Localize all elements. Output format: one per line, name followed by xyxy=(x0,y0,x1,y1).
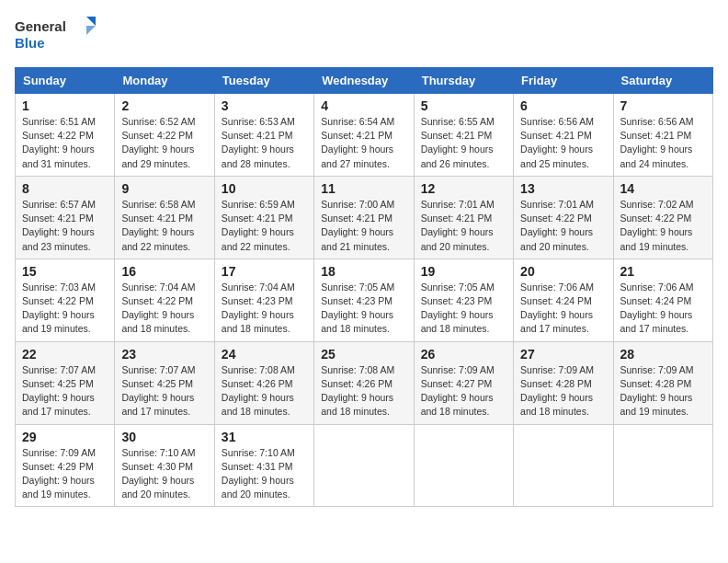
day-info: Sunrise: 6:51 AM Sunset: 4:22 PM Dayligh… xyxy=(22,115,108,171)
day-number: 4 xyxy=(321,98,406,113)
day-info: Sunrise: 6:52 AM Sunset: 4:22 PM Dayligh… xyxy=(121,115,207,171)
svg-marker-3 xyxy=(86,26,96,35)
page-header: General Blue xyxy=(15,15,713,56)
day-info: Sunrise: 7:09 AM Sunset: 4:28 PM Dayligh… xyxy=(520,363,606,419)
day-number: 5 xyxy=(421,98,506,113)
calendar-cell: 21 Sunrise: 7:06 AM Sunset: 4:24 PM Dayl… xyxy=(613,259,712,341)
day-info: Sunrise: 6:57 AM Sunset: 4:21 PM Dayligh… xyxy=(22,198,108,254)
calendar-cell: 24 Sunrise: 7:08 AM Sunset: 4:26 PM Dayl… xyxy=(214,341,313,424)
logo: General Blue xyxy=(15,15,97,56)
calendar-cell: 10 Sunrise: 6:59 AM Sunset: 4:21 PM Dayl… xyxy=(214,176,313,259)
day-number: 22 xyxy=(22,347,108,362)
day-info: Sunrise: 7:09 AM Sunset: 4:28 PM Dayligh… xyxy=(620,363,706,419)
calendar-week-3: 15 Sunrise: 7:03 AM Sunset: 4:22 PM Dayl… xyxy=(16,259,713,341)
calendar-cell: 15 Sunrise: 7:03 AM Sunset: 4:22 PM Dayl… xyxy=(16,259,115,341)
calendar-cell: 6 Sunrise: 6:56 AM Sunset: 4:21 PM Dayli… xyxy=(514,94,613,177)
day-number: 14 xyxy=(620,181,706,196)
logo-svg: General Blue xyxy=(15,15,97,56)
day-info: Sunrise: 7:09 AM Sunset: 4:27 PM Dayligh… xyxy=(421,363,506,419)
day-info: Sunrise: 7:10 AM Sunset: 4:31 PM Dayligh… xyxy=(222,446,307,502)
day-info: Sunrise: 6:54 AM Sunset: 4:21 PM Dayligh… xyxy=(321,115,406,171)
calendar-cell xyxy=(514,424,613,507)
calendar-cell: 17 Sunrise: 7:04 AM Sunset: 4:23 PM Dayl… xyxy=(214,259,313,341)
day-number: 7 xyxy=(620,98,706,113)
calendar-cell: 31 Sunrise: 7:10 AM Sunset: 4:31 PM Dayl… xyxy=(214,424,313,507)
day-number: 25 xyxy=(321,347,406,362)
day-number: 8 xyxy=(22,181,108,196)
day-info: Sunrise: 6:59 AM Sunset: 4:21 PM Dayligh… xyxy=(222,198,307,254)
day-info: Sunrise: 6:55 AM Sunset: 4:21 PM Dayligh… xyxy=(421,115,506,171)
weekday-header-row: SundayMondayTuesdayWednesdayThursdayFrid… xyxy=(16,68,713,94)
day-number: 1 xyxy=(22,98,108,113)
calendar-cell: 22 Sunrise: 7:07 AM Sunset: 4:25 PM Dayl… xyxy=(16,341,115,424)
calendar-cell: 19 Sunrise: 7:05 AM Sunset: 4:23 PM Dayl… xyxy=(414,259,513,341)
calendar-cell: 2 Sunrise: 6:52 AM Sunset: 4:22 PM Dayli… xyxy=(115,94,214,177)
day-number: 11 xyxy=(321,181,406,196)
day-number: 2 xyxy=(121,98,207,113)
day-info: Sunrise: 7:10 AM Sunset: 4:30 PM Dayligh… xyxy=(121,446,207,502)
weekday-header-wednesday: Wednesday xyxy=(314,68,414,94)
weekday-header-tuesday: Tuesday xyxy=(214,68,313,94)
calendar-week-5: 29 Sunrise: 7:09 AM Sunset: 4:29 PM Dayl… xyxy=(16,424,713,507)
calendar-cell: 26 Sunrise: 7:09 AM Sunset: 4:27 PM Dayl… xyxy=(414,341,513,424)
calendar-week-4: 22 Sunrise: 7:07 AM Sunset: 4:25 PM Dayl… xyxy=(16,341,713,424)
day-number: 16 xyxy=(121,264,207,279)
calendar-cell: 7 Sunrise: 6:56 AM Sunset: 4:21 PM Dayli… xyxy=(613,94,712,177)
calendar-table: SundayMondayTuesdayWednesdayThursdayFrid… xyxy=(15,67,713,507)
svg-text:General: General xyxy=(15,18,66,34)
svg-text:Blue: Blue xyxy=(15,35,45,51)
day-number: 19 xyxy=(421,264,506,279)
day-info: Sunrise: 7:06 AM Sunset: 4:24 PM Dayligh… xyxy=(520,281,606,337)
calendar-cell: 13 Sunrise: 7:01 AM Sunset: 4:22 PM Dayl… xyxy=(514,176,613,259)
day-info: Sunrise: 6:56 AM Sunset: 4:21 PM Dayligh… xyxy=(620,115,706,171)
calendar-cell xyxy=(613,424,712,507)
calendar-cell: 4 Sunrise: 6:54 AM Sunset: 4:21 PM Dayli… xyxy=(314,94,414,177)
weekday-header-monday: Monday xyxy=(115,68,214,94)
calendar-cell: 16 Sunrise: 7:04 AM Sunset: 4:22 PM Dayl… xyxy=(115,259,214,341)
weekday-header-thursday: Thursday xyxy=(414,68,513,94)
day-number: 6 xyxy=(520,98,606,113)
day-info: Sunrise: 7:01 AM Sunset: 4:21 PM Dayligh… xyxy=(421,198,506,254)
calendar-cell: 3 Sunrise: 6:53 AM Sunset: 4:21 PM Dayli… xyxy=(214,94,313,177)
calendar-week-1: 1 Sunrise: 6:51 AM Sunset: 4:22 PM Dayli… xyxy=(16,94,713,177)
day-info: Sunrise: 7:03 AM Sunset: 4:22 PM Dayligh… xyxy=(22,281,108,337)
day-info: Sunrise: 7:08 AM Sunset: 4:26 PM Dayligh… xyxy=(321,363,406,419)
day-number: 15 xyxy=(22,264,108,279)
calendar-cell: 30 Sunrise: 7:10 AM Sunset: 4:30 PM Dayl… xyxy=(115,424,214,507)
day-info: Sunrise: 7:08 AM Sunset: 4:26 PM Dayligh… xyxy=(222,363,307,419)
day-info: Sunrise: 6:53 AM Sunset: 4:21 PM Dayligh… xyxy=(222,115,307,171)
day-info: Sunrise: 7:05 AM Sunset: 4:23 PM Dayligh… xyxy=(321,281,406,337)
calendar-cell xyxy=(414,424,513,507)
day-info: Sunrise: 7:04 AM Sunset: 4:22 PM Dayligh… xyxy=(121,281,207,337)
calendar-cell: 8 Sunrise: 6:57 AM Sunset: 4:21 PM Dayli… xyxy=(16,176,115,259)
calendar-cell: 18 Sunrise: 7:05 AM Sunset: 4:23 PM Dayl… xyxy=(314,259,414,341)
day-number: 18 xyxy=(321,264,406,279)
day-info: Sunrise: 7:04 AM Sunset: 4:23 PM Dayligh… xyxy=(222,281,307,337)
day-number: 28 xyxy=(620,347,706,362)
day-number: 30 xyxy=(121,430,207,444)
calendar-cell: 9 Sunrise: 6:58 AM Sunset: 4:21 PM Dayli… xyxy=(115,176,214,259)
day-info: Sunrise: 7:07 AM Sunset: 4:25 PM Dayligh… xyxy=(22,363,108,419)
day-number: 24 xyxy=(222,347,307,362)
calendar-week-2: 8 Sunrise: 6:57 AM Sunset: 4:21 PM Dayli… xyxy=(16,176,713,259)
day-number: 26 xyxy=(421,347,506,362)
day-info: Sunrise: 7:06 AM Sunset: 4:24 PM Dayligh… xyxy=(620,281,706,337)
svg-marker-2 xyxy=(86,17,96,26)
calendar-cell: 1 Sunrise: 6:51 AM Sunset: 4:22 PM Dayli… xyxy=(16,94,115,177)
day-info: Sunrise: 6:58 AM Sunset: 4:21 PM Dayligh… xyxy=(121,198,207,254)
day-number: 23 xyxy=(121,347,207,362)
day-info: Sunrise: 7:02 AM Sunset: 4:22 PM Dayligh… xyxy=(620,198,706,254)
calendar-cell: 28 Sunrise: 7:09 AM Sunset: 4:28 PM Dayl… xyxy=(613,341,712,424)
day-number: 21 xyxy=(620,264,706,279)
weekday-header-saturday: Saturday xyxy=(613,68,712,94)
calendar-cell: 20 Sunrise: 7:06 AM Sunset: 4:24 PM Dayl… xyxy=(514,259,613,341)
day-number: 17 xyxy=(222,264,307,279)
day-number: 9 xyxy=(121,181,207,196)
day-number: 13 xyxy=(520,181,606,196)
weekday-header-friday: Friday xyxy=(514,68,613,94)
calendar-cell: 29 Sunrise: 7:09 AM Sunset: 4:29 PM Dayl… xyxy=(16,424,115,507)
day-number: 31 xyxy=(222,430,307,444)
calendar-cell: 5 Sunrise: 6:55 AM Sunset: 4:21 PM Dayli… xyxy=(414,94,513,177)
day-info: Sunrise: 7:07 AM Sunset: 4:25 PM Dayligh… xyxy=(121,363,207,419)
day-number: 27 xyxy=(520,347,606,362)
